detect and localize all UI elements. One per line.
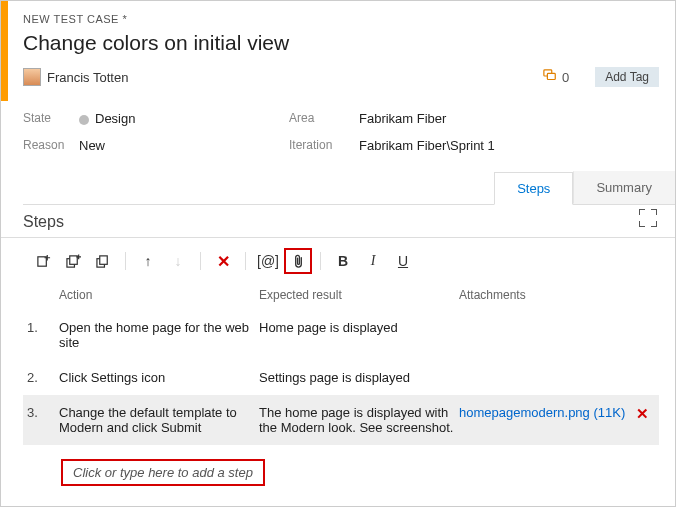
step-action[interactable]: Change the default template to Modern an… [59,405,259,435]
step-expected[interactable]: Settings page is displayed [259,370,459,385]
area-value[interactable]: Fabrikam Fiber [359,111,659,126]
iteration-value[interactable]: Fabrikam Fiber\Sprint 1 [359,138,659,153]
svg-rect-1 [547,73,555,79]
discussion-count: 0 [562,70,569,85]
attachment-link[interactable]: homepagemodern.png (11K) [459,405,625,420]
page-title: Change colors on initial view [23,31,659,55]
breadcrumb: NEW TEST CASE * [23,13,659,25]
step-row[interactable]: 3. Change the default template to Modern… [23,395,659,445]
step-row[interactable]: 1. Open the home page for the web site H… [23,310,659,360]
bold-icon[interactable]: B [329,248,357,274]
tab-steps[interactable]: Steps [494,172,573,205]
move-up-icon[interactable]: ↑ [134,248,162,274]
col-attachments: Attachments [459,288,659,302]
step-row[interactable]: 2. Click Settings icon Settings page is … [23,360,659,395]
svg-rect-4 [69,255,77,263]
insert-step-icon[interactable] [29,248,57,274]
fullscreen-icon[interactable] [639,209,657,227]
reason-label: Reason [23,138,79,153]
delete-step-icon[interactable]: ✕ [209,248,237,274]
move-down-icon[interactable]: ↓ [164,248,192,274]
reason-value[interactable]: New [79,138,289,153]
step-number: 2. [27,370,59,385]
state-label: State [23,111,79,126]
step-number: 1. [27,320,59,335]
step-expected[interactable]: The home page is displayed with the Mode… [259,405,459,435]
state-value[interactable]: Design [79,111,289,126]
tab-summary[interactable]: Summary [573,171,675,204]
add-tag-button[interactable]: Add Tag [595,67,659,87]
remove-attachment-icon[interactable]: ✕ [629,405,655,423]
steps-toolbar: ↑ ↓ ✕ [@] B I U [23,238,659,284]
assigned-to[interactable]: Francis Totten [47,70,128,85]
step-action[interactable]: Open the home page for the web site [59,320,259,350]
insert-shared-step-icon[interactable] [59,248,87,274]
area-label: Area [289,111,359,126]
underline-icon[interactable]: U [389,248,417,274]
discussion-icon[interactable] [542,69,558,86]
state-dot-icon [79,115,89,125]
avatar[interactable] [23,68,41,86]
step-number: 3. [27,405,59,420]
col-action: Action [59,288,259,302]
italic-icon[interactable]: I [359,248,387,274]
step-action[interactable]: Click Settings icon [59,370,259,385]
add-step-input[interactable]: Click or type here to add a step [61,459,265,486]
iteration-label: Iteration [289,138,359,153]
col-expected: Expected result [259,288,459,302]
svg-rect-6 [99,255,107,263]
insert-parameter-icon[interactable]: [@] [254,248,282,274]
section-title-steps: Steps [23,213,659,231]
create-shared-steps-icon[interactable] [89,248,117,274]
tab-bar: Steps Summary [23,171,675,205]
step-expected[interactable]: Home page is displayed [259,320,459,335]
attach-file-icon[interactable] [284,248,312,274]
